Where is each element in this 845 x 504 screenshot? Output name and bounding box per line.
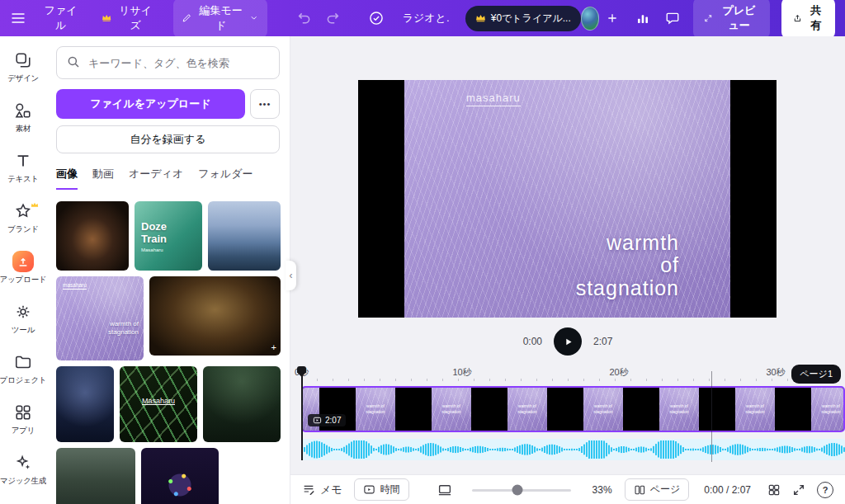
thumbnail-concert-hall[interactable] [56, 201, 129, 271]
avatar[interactable] [581, 7, 600, 31]
playback-controls: 0:00 2:07 [290, 327, 845, 356]
resize-label: リサイズ [116, 3, 155, 33]
ruler-label: 20秒 [609, 366, 628, 379]
device-preview-button[interactable] [437, 483, 452, 497]
clip-frame-gap [471, 388, 507, 431]
play-button[interactable] [554, 327, 582, 356]
audio-waveform [301, 439, 845, 460]
redo-button[interactable] [325, 11, 340, 26]
video-frame: masaharu warmth of stagnation [404, 80, 730, 318]
record-yourself-button[interactable]: 自分を録画する [56, 125, 280, 153]
add-member-button[interactable] [606, 12, 619, 25]
thumbnail-masaharu-cover[interactable]: Masaharu [120, 366, 197, 442]
share-label: 共有 [808, 3, 824, 33]
tab-folders[interactable]: フォルダー [198, 167, 253, 190]
sidebar-item-tools[interactable]: ツール [0, 294, 46, 342]
sidebar-item-magic[interactable]: マジック生成 [0, 445, 46, 493]
clip-frame: warmth of stagnation [432, 388, 471, 431]
media-tabs: 画像 動画 オーディオ フォルダー [56, 167, 280, 190]
comments-button[interactable] [665, 11, 680, 26]
thumbnail-concert-hall-wide[interactable]: + [149, 276, 281, 356]
grid-view-button[interactable] [767, 483, 781, 497]
clip-duration-badge: 2:07 [308, 414, 346, 426]
sidebar-item-design[interactable]: デザイン [0, 43, 46, 91]
share-button[interactable]: 共有 [781, 0, 835, 39]
menu-button[interactable] [10, 10, 26, 26]
video-preview[interactable]: masaharu warmth of stagnation [358, 80, 777, 318]
fullscreen-icon [792, 483, 805, 497]
edit-mode-button[interactable]: 編集モード [173, 0, 267, 38]
tools-icon [14, 301, 32, 323]
thumbnail-forest[interactable] [203, 366, 281, 442]
zoom-slider[interactable] [472, 484, 571, 496]
check-circle-icon [368, 10, 385, 26]
uploads-panel: ファイルをアップロード ••• 自分を録画する 画像 動画 オーディオ フォルダ… [46, 36, 290, 504]
search-box [56, 46, 280, 79]
ruler-ticks[interactable] [301, 379, 796, 381]
preview-label: プレビュー [719, 3, 759, 33]
thumbnail-game-screenshot[interactable] [141, 448, 219, 504]
sidebar-item-elements[interactable]: 素材 [0, 93, 46, 141]
tab-images[interactable]: 画像 [56, 167, 78, 190]
sidebar-item-text[interactable]: テキスト [0, 144, 46, 191]
zoom-slider-handle[interactable] [512, 484, 522, 495]
insights-button[interactable] [635, 11, 650, 26]
preview-button[interactable]: プレビュー [693, 0, 770, 39]
tab-videos[interactable]: 動画 [92, 167, 114, 190]
thumbnail-warmth-cover[interactable]: masaharu warmth of stagnation [56, 276, 144, 360]
upload-file-button[interactable]: ファイルをアップロード [56, 89, 245, 119]
clip-frame-gap [395, 388, 432, 431]
editor-stage: masaharu warmth of stagnation 0:00 2:07 … [290, 36, 845, 504]
crown-icon [475, 14, 486, 22]
duration-button[interactable]: 時間 [354, 478, 409, 501]
upload-icon [12, 251, 34, 272]
resize-button[interactable]: リサイズ [101, 3, 154, 33]
tab-audio[interactable]: オーディオ [129, 167, 183, 190]
file-menu-button[interactable]: ファイル [41, 3, 80, 33]
pages-view-button[interactable]: ページ [625, 478, 690, 501]
zoom-level: 33% [592, 484, 612, 496]
crown-icon [101, 14, 111, 21]
panel-collapse-handle[interactable]: ‹ [286, 261, 296, 290]
redo-icon [325, 11, 340, 26]
audio-clip-track[interactable] [301, 439, 845, 460]
sidebar-item-brand[interactable]: ブランド [0, 194, 46, 242]
fullscreen-button[interactable] [792, 483, 805, 497]
clip-frame: warmth of stagnation [735, 388, 775, 431]
thumbnail-misty-forest[interactable] [56, 448, 135, 504]
canva-editor: ファイル リサイズ 編集モード ラジオと... ¥0でトライアル... [0, 0, 845, 504]
sidebar-item-uploads[interactable]: アップロード [0, 244, 46, 292]
video-clip-track[interactable]: 2:07 warmth of stagnationwarmth of stagn… [301, 386, 845, 432]
artist-text: masaharu [466, 92, 521, 106]
thumbnail-cathedral[interactable] [56, 366, 114, 442]
help-button[interactable]: ? [817, 482, 833, 498]
project-title[interactable]: ラジオと... [403, 11, 449, 26]
notes-icon [302, 483, 315, 497]
laptop-icon [437, 483, 452, 497]
plus-icon [606, 12, 619, 25]
current-time: 0:00 [523, 336, 542, 347]
more-options-button[interactable]: ••• [250, 89, 280, 119]
bottom-toolbar: メモ 時間 33% ページ 0:00 / 2:07 [290, 474, 845, 504]
share-upload-icon [793, 14, 802, 23]
left-rail: デザイン 素材 テキスト ブランド アップロード [0, 36, 46, 504]
clip-frame: warmth of stagnation [659, 388, 699, 431]
duration-icon [363, 483, 375, 496]
clip-frame-gap [547, 388, 583, 431]
folder-icon [14, 351, 32, 373]
sidebar-item-apps[interactable]: アプリ [0, 395, 46, 443]
text-icon [14, 150, 32, 172]
sidebar-item-projects[interactable]: プロジェクト [0, 345, 46, 393]
thumbnail-doze-train[interactable]: Doze Train Masaharu [135, 201, 202, 271]
file-menu-label: ファイル [41, 3, 80, 33]
edit-mode-label: 編集モード [197, 3, 245, 33]
total-duration: 2:07 [593, 336, 612, 347]
play-icon [562, 336, 574, 348]
trial-button[interactable]: ¥0でトライアル... [465, 6, 581, 31]
search-input[interactable] [56, 46, 280, 79]
thumbnail-mountains[interactable] [208, 201, 281, 271]
bar-chart-icon [635, 11, 650, 26]
playhead[interactable] [297, 366, 306, 460]
notes-button[interactable]: メモ [302, 483, 342, 497]
undo-button[interactable] [297, 11, 312, 26]
